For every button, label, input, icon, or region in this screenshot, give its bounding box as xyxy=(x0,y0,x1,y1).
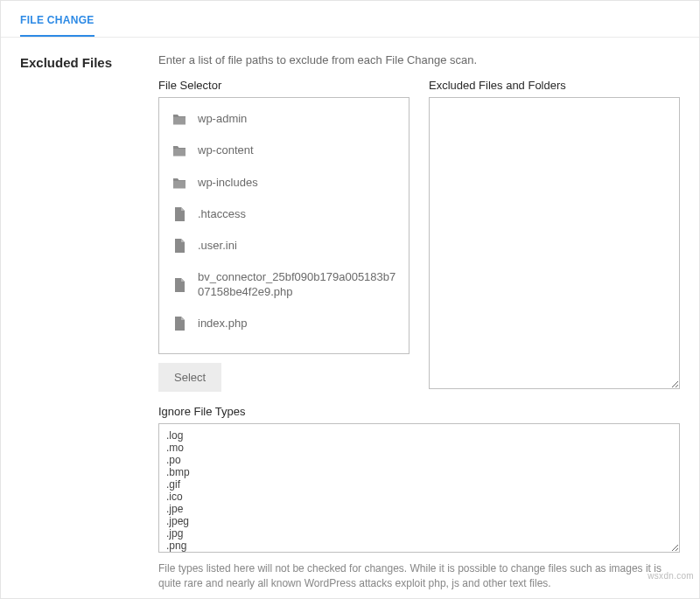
file-selector-list[interactable]: wp-adminwp-contentwp-includes.htaccess.u… xyxy=(158,97,410,354)
file-item-wp-admin[interactable]: wp-admin xyxy=(159,103,409,135)
excluded-label: Excluded Files and Folders xyxy=(429,79,680,92)
file-icon xyxy=(172,317,187,331)
file-item--htaccess[interactable]: .htaccess xyxy=(159,199,409,230)
folder-icon xyxy=(172,113,187,125)
file-icon xyxy=(172,278,187,292)
ignore-types-label: Ignore File Types xyxy=(158,405,680,418)
file-item-label: wp-includes xyxy=(198,176,258,190)
file-item-label: wp-content xyxy=(198,143,254,157)
svg-rect-2 xyxy=(173,181,186,189)
ignore-types-textarea[interactable] xyxy=(158,423,680,553)
folder-icon xyxy=(172,144,187,157)
file-item-wp-includes[interactable]: wp-includes xyxy=(159,167,409,199)
file-item-label: index.php xyxy=(198,317,247,331)
file-item-label: .user.ini xyxy=(198,239,237,253)
file-item--user-ini[interactable]: .user.ini xyxy=(159,230,409,261)
file-item-label: bv_connector_25bf090b179a005183b707158be… xyxy=(198,270,396,299)
folder-icon xyxy=(172,177,187,189)
file-icon xyxy=(172,207,187,221)
file-item-label: .htaccess xyxy=(198,207,246,221)
ignore-types-help: File types listed here will not be check… xyxy=(158,561,680,591)
watermark: wsxdn.com xyxy=(648,571,694,581)
section-title: Excluded Files xyxy=(20,55,158,70)
tab-file-change[interactable]: FILE CHANGE xyxy=(20,14,94,37)
file-item-wp-content[interactable]: wp-content xyxy=(159,135,409,166)
excluded-files-textarea[interactable] xyxy=(429,97,680,389)
file-item-bv-connector-25bf090b179a005183b707158be4f2e9-php[interactable]: bv_connector_25bf090b179a005183b707158be… xyxy=(159,261,409,308)
select-button[interactable]: Select xyxy=(158,363,221,392)
file-item-label: wp-admin xyxy=(198,112,247,126)
svg-rect-0 xyxy=(173,117,186,125)
file-selector-label: File Selector xyxy=(158,79,410,92)
svg-rect-1 xyxy=(173,149,186,157)
file-icon xyxy=(172,239,187,253)
section-description: Enter a list of file paths to exclude fr… xyxy=(158,53,680,66)
file-item-index-php[interactable]: index.php xyxy=(159,308,409,339)
